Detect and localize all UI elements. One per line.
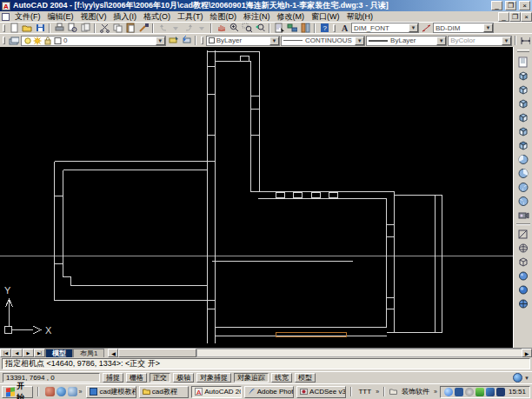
gouraud-shaded-icon[interactable] bbox=[515, 283, 531, 296]
sw-isometric-icon[interactable] bbox=[515, 152, 531, 166]
text-style-combo[interactable]: DIM_FONT ▼ bbox=[351, 23, 419, 33]
communication-center-icon[interactable] bbox=[513, 373, 522, 382]
menu-insert[interactable]: 插入(I) bbox=[110, 11, 141, 22]
text-style-icon[interactable]: A bbox=[338, 23, 350, 33]
tray-icon-3[interactable] bbox=[465, 388, 474, 396]
color-combo[interactable]: ByLayer ▼ bbox=[206, 36, 280, 46]
quick-launch-icon-1[interactable] bbox=[45, 387, 55, 396]
2d-wireframe-icon[interactable] bbox=[515, 227, 531, 241]
tool-palettes-icon[interactable] bbox=[299, 23, 311, 33]
chevron-down-icon[interactable]: ▼ bbox=[355, 37, 364, 45]
se-isometric-icon[interactable] bbox=[515, 166, 531, 180]
3d-wireframe-icon[interactable] bbox=[515, 241, 531, 255]
language-bar[interactable]: TTT bbox=[356, 388, 373, 396]
layer-manager-icon[interactable] bbox=[8, 36, 20, 46]
bottom-view-icon[interactable] bbox=[515, 83, 531, 96]
tab-first-button[interactable]: |◀ bbox=[0, 349, 11, 357]
menu-dimension[interactable]: 标注(N) bbox=[240, 11, 274, 22]
scrollbar-track[interactable] bbox=[196, 349, 522, 357]
tab-next-button[interactable]: ▶ bbox=[23, 349, 34, 357]
top-view-icon[interactable] bbox=[515, 69, 531, 83]
make-object-layer-current-icon[interactable] bbox=[167, 36, 179, 46]
camera-icon[interactable] bbox=[515, 208, 531, 222]
lineweight-combo[interactable]: ByLayer ▼ bbox=[366, 36, 447, 46]
menu-window[interactable]: 窗口(W) bbox=[308, 11, 343, 22]
chevron-down-icon[interactable]: ▼ bbox=[269, 37, 279, 45]
snap-toggle[interactable]: 捕捉 bbox=[103, 373, 123, 382]
scrollbar-thumb[interactable] bbox=[118, 349, 196, 357]
named-views-icon[interactable] bbox=[515, 55, 531, 69]
plot-icon[interactable] bbox=[53, 23, 65, 33]
menu-help[interactable]: 帮助(H) bbox=[343, 11, 377, 22]
paste-icon[interactable] bbox=[124, 23, 136, 33]
zoom-previous-icon[interactable] bbox=[254, 23, 266, 33]
tray-icon-1[interactable] bbox=[444, 388, 453, 396]
save-icon[interactable] bbox=[34, 23, 46, 33]
model-paper-toggle[interactable]: 模型 bbox=[295, 373, 316, 382]
menu-file[interactable]: 文件(F) bbox=[11, 11, 44, 22]
close-button[interactable]: × bbox=[519, 1, 530, 10]
status-menu-arrow-icon[interactable]: ▼ bbox=[524, 376, 529, 381]
undo-icon[interactable] bbox=[156, 23, 169, 33]
plot-preview-icon[interactable] bbox=[66, 23, 78, 33]
match-properties-icon[interactable] bbox=[137, 23, 150, 33]
polar-toggle[interactable]: 极轴 bbox=[173, 373, 194, 382]
scroll-left-icon[interactable]: ◀ bbox=[108, 349, 118, 357]
toolbar-grip[interactable] bbox=[3, 24, 5, 32]
redo-icon[interactable] bbox=[183, 23, 195, 33]
pan-realtime-icon[interactable] bbox=[215, 23, 227, 33]
plotstyle-combo[interactable]: ByColor ▼ bbox=[448, 36, 512, 46]
linetype-combo[interactable]: CONTINUOUS ▼ bbox=[281, 36, 365, 46]
ortho-toggle[interactable]: 正交 bbox=[150, 373, 170, 382]
properties-icon[interactable] bbox=[273, 23, 285, 33]
task-acdsee[interactable]: ACDSee v3.1... bbox=[296, 386, 346, 398]
ne-isometric-icon[interactable] bbox=[515, 180, 531, 194]
menu-draw[interactable]: 绘图(D) bbox=[207, 11, 241, 22]
document-icon[interactable] bbox=[2, 13, 10, 21]
task-cad-modeling[interactable]: cad建模教程.. bbox=[86, 386, 136, 398]
flat-shaded-edges-icon[interactable] bbox=[515, 296, 531, 310]
quick-launch-ie-icon[interactable] bbox=[57, 387, 66, 396]
menu-tools[interactable]: 工具(T) bbox=[174, 11, 207, 22]
tray-icon-5[interactable] bbox=[486, 388, 495, 396]
tray-icon-6[interactable] bbox=[496, 388, 505, 396]
zoom-realtime-icon[interactable] bbox=[228, 23, 240, 33]
flat-shaded-icon[interactable] bbox=[515, 269, 531, 283]
undo-dropdown-icon[interactable] bbox=[170, 23, 182, 33]
drawing-canvas[interactable]: Y X bbox=[0, 47, 513, 348]
toolbar-grip[interactable] bbox=[3, 37, 5, 44]
chevron-down-icon[interactable]: ▼ bbox=[483, 23, 493, 32]
tray-icon-4[interactable] bbox=[475, 388, 484, 396]
designcenter-icon[interactable] bbox=[286, 23, 298, 33]
redo-dropdown-icon[interactable] bbox=[196, 23, 208, 33]
grid-toggle[interactable]: 栅格 bbox=[126, 373, 147, 382]
toolbar-grip[interactable] bbox=[517, 50, 529, 52]
tab-model[interactable]: 模型 bbox=[45, 349, 73, 357]
scroll-right-icon[interactable]: ▶ bbox=[522, 349, 532, 357]
right-view-icon[interactable] bbox=[515, 110, 531, 124]
chevron-down-icon[interactable]: ▼ bbox=[156, 37, 165, 45]
task-photoshop[interactable]: Adobe Photo... bbox=[244, 386, 294, 398]
back-view-icon[interactable] bbox=[515, 138, 531, 152]
open-icon[interactable] bbox=[21, 23, 33, 33]
lineweight-toggle[interactable]: 线宽 bbox=[271, 373, 292, 382]
tab-last-button[interactable]: ▶| bbox=[34, 349, 45, 357]
cut-icon[interactable] bbox=[98, 23, 110, 33]
deco-overflow-icon[interactable]: » bbox=[434, 389, 437, 395]
tab-prev-button[interactable]: ◀ bbox=[11, 349, 23, 357]
dim-style-icon[interactable] bbox=[420, 23, 432, 33]
toolbar-grip[interactable] bbox=[333, 24, 336, 32]
task-cad-folder[interactable]: cad教程 bbox=[139, 386, 189, 398]
start-button[interactable]: 开始 bbox=[2, 386, 33, 398]
tab-layout1[interactable]: 布局1 bbox=[73, 349, 104, 357]
chevron-down-icon[interactable]: ▼ bbox=[502, 37, 511, 45]
osnap-toggle[interactable]: 对象捕捉 bbox=[196, 373, 231, 382]
menu-view[interactable]: 视图(V) bbox=[77, 11, 110, 22]
menu-modify[interactable]: 修改(M) bbox=[274, 11, 309, 22]
chevron-down-icon[interactable]: ▼ bbox=[409, 23, 418, 32]
otrack-toggle[interactable]: 对象追踪 bbox=[234, 373, 269, 382]
minimize-button[interactable]: _ bbox=[491, 1, 502, 10]
command-line-input[interactable]: 指定相机点 <14640, 9786, 1334>: <正交 开> bbox=[2, 358, 530, 369]
new-icon[interactable] bbox=[8, 23, 20, 33]
horizontal-scrollbar[interactable]: ◀ ▶ bbox=[108, 349, 532, 357]
